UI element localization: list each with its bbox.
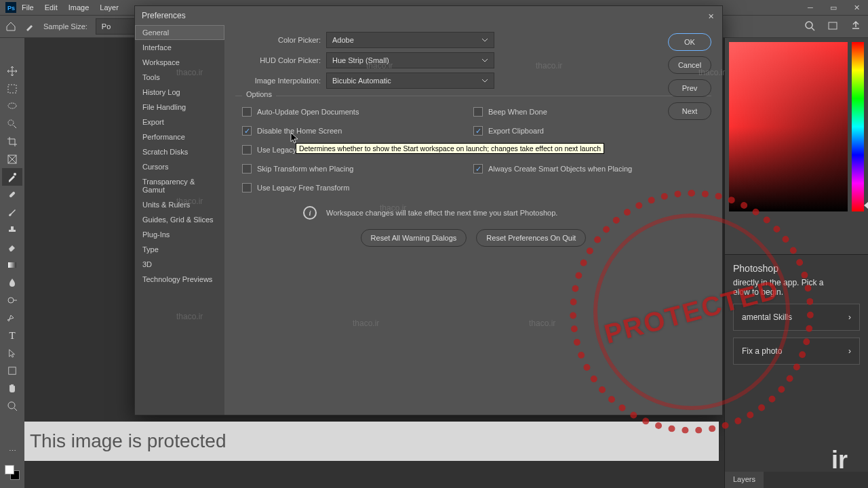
sidebar-item-history-log[interactable]: History Log: [135, 85, 224, 100]
menu-file[interactable]: File: [16, 3, 39, 12]
select-colorpicker[interactable]: Adobe: [326, 32, 494, 48]
edit-toolbar[interactable]: ⋯: [2, 442, 22, 460]
learn-card-skills[interactable]: amental Skills›: [733, 304, 860, 331]
search-icon[interactable]: [804, 20, 815, 33]
eyedropper-tool-icon[interactable]: [24, 21, 35, 32]
checkbox[interactable]: [242, 164, 252, 174]
learn-subtitle: directly in the app. Pick aelow to begin…: [733, 278, 860, 297]
lasso-tool[interactable]: [2, 98, 22, 115]
checkbox[interactable]: [242, 126, 252, 136]
checkbox[interactable]: [473, 126, 483, 136]
menu-layer[interactable]: Layer: [94, 3, 124, 12]
chevron-right-icon: ›: [848, 312, 851, 322]
crop-tool[interactable]: [2, 133, 22, 150]
hand-tool[interactable]: [2, 380, 22, 397]
sidebar-item-type[interactable]: Type: [135, 242, 224, 257]
right-panels: Photoshop directly in the app. Pick aelo…: [724, 38, 868, 488]
share-icon[interactable]: [850, 20, 861, 33]
sidebar-item-plug-ins[interactable]: Plug-Ins: [135, 227, 224, 242]
checkbox[interactable]: [473, 107, 483, 117]
eyedropper-tool[interactable]: [2, 168, 22, 186]
hue-slider[interactable]: [852, 42, 864, 211]
zoom-tool[interactable]: [2, 397, 22, 415]
sample-size-select[interactable]: Po: [96, 18, 136, 35]
svg-rect-4: [829, 22, 837, 29]
options-group-title: Options: [242, 90, 276, 98]
sidebar-item-guides-grid-slices[interactable]: Guides, Grid & Slices: [135, 212, 224, 227]
sidebar-item-cursors[interactable]: Cursors: [135, 159, 224, 174]
sidebar-item-workspace[interactable]: Workspace: [135, 55, 224, 70]
menu-edit[interactable]: Edit: [39, 3, 63, 12]
chevron-down-icon: [481, 57, 488, 64]
arrange-icon[interactable]: [827, 20, 838, 33]
svg-rect-13: [8, 262, 16, 268]
checkbox[interactable]: [473, 164, 483, 174]
sidebar-item-performance[interactable]: Performance: [135, 129, 224, 144]
checkbox[interactable]: [242, 145, 252, 155]
home-icon[interactable]: [5, 21, 16, 32]
checkbox[interactable]: [242, 107, 252, 117]
close-window-button[interactable]: ✕: [845, 0, 868, 15]
dodge-tool[interactable]: [2, 291, 22, 309]
menu-image[interactable]: Image: [63, 3, 95, 12]
maximize-button[interactable]: ▭: [822, 0, 845, 15]
svg-rect-5: [8, 85, 16, 93]
quick-select-tool[interactable]: [2, 115, 22, 133]
minimize-button[interactable]: ─: [799, 0, 822, 15]
eraser-tool[interactable]: [2, 239, 22, 256]
sidebar-item-export[interactable]: Export: [135, 115, 224, 129]
sidebar-item-file-handling[interactable]: File Handling: [135, 100, 224, 115]
select-imageinterpolation[interactable]: Bicubic Automatic: [326, 73, 494, 89]
checkbox-label: Always Create Smart Objects when Placing: [488, 165, 632, 173]
frame-tool[interactable]: [2, 150, 22, 168]
type-tool[interactable]: T: [2, 327, 22, 344]
ok-button[interactable]: OK: [668, 33, 711, 51]
checkbox-label: Use Legacy Free Transform: [257, 184, 349, 192]
reset-prefs-button[interactable]: Reset Preferences On Quit: [476, 229, 586, 247]
gradient-tool[interactable]: [2, 256, 22, 274]
prev-button[interactable]: Prev: [668, 79, 711, 97]
svg-point-2: [806, 22, 812, 28]
blur-tool[interactable]: [2, 274, 22, 291]
sidebar-item-general[interactable]: General: [135, 25, 224, 40]
cancel-button[interactable]: Cancel: [668, 56, 711, 74]
learn-title: Photoshop: [733, 263, 860, 274]
color-panel: [725, 38, 868, 255]
sidebar-item--d[interactable]: 3D: [135, 257, 224, 272]
pen-tool[interactable]: [2, 309, 22, 327]
healing-tool[interactable]: [2, 186, 22, 203]
chevron-right-icon: ›: [848, 346, 851, 356]
svg-point-6: [8, 103, 16, 108]
chevron-down-icon: [481, 77, 488, 84]
learn-card-fix[interactable]: Fix a photo›: [733, 338, 860, 365]
dialog-title: Preferences: [135, 6, 722, 25]
path-select-tool[interactable]: [2, 344, 22, 362]
next-button[interactable]: Next: [668, 102, 711, 120]
checkbox[interactable]: [242, 183, 252, 192]
stamp-tool[interactable]: [2, 221, 22, 239]
shape-tool[interactable]: [2, 362, 22, 380]
foreground-background-swatch[interactable]: [5, 465, 20, 480]
sidebar-item-interface[interactable]: Interface: [135, 40, 224, 55]
checkbox-label: Auto-Update Open Documents: [257, 108, 359, 116]
sidebar-item-transparency-gamut[interactable]: Transparency & Gamut: [135, 174, 224, 197]
reset-warnings-button[interactable]: Reset All Warning Dialogs: [361, 229, 467, 247]
protected-banner: This image is protected: [24, 422, 719, 461]
field-label: Image Interpolation:: [235, 77, 326, 85]
close-icon[interactable]: ✕: [705, 10, 717, 22]
sidebar-item-scratch-disks[interactable]: Scratch Disks: [135, 144, 224, 159]
checkbox-label: Beep When Done: [488, 108, 547, 116]
sidebar-item-technology-previews[interactable]: Technology Previews: [135, 272, 224, 287]
move-tool[interactable]: [2, 62, 22, 80]
sample-size-label: Sample Size:: [43, 22, 87, 30]
sidebar-item-units-rulers[interactable]: Units & Rulers: [135, 197, 224, 212]
select-hudcolorpicker[interactable]: Hue Strip (Small): [326, 52, 494, 68]
workspace-note: Workspace changes will take effect the n…: [326, 209, 557, 217]
sidebar-item-tools[interactable]: Tools: [135, 70, 224, 85]
tab-layers[interactable]: Layers: [725, 472, 764, 488]
cursor-pointer-icon: [290, 132, 300, 144]
color-field[interactable]: [729, 42, 848, 211]
marquee-tool[interactable]: [2, 80, 22, 98]
svg-rect-16: [9, 367, 16, 375]
brush-tool[interactable]: [2, 203, 22, 221]
